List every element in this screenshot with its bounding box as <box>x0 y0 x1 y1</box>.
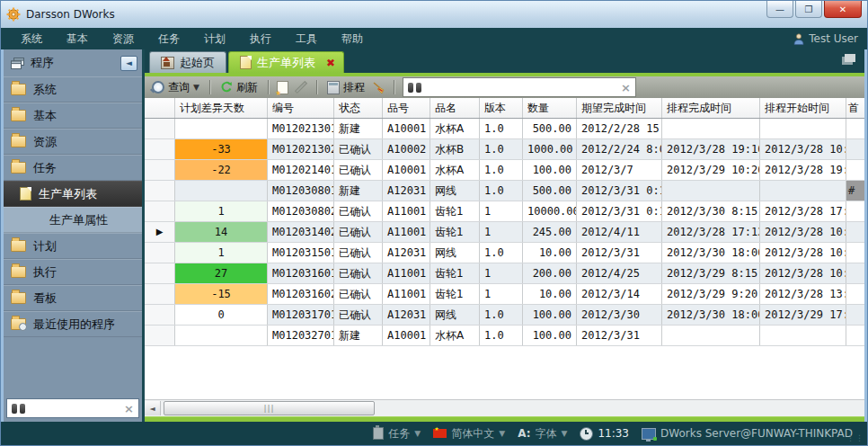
broom-icon[interactable] <box>372 81 385 94</box>
maximize-button[interactable]: ❐ <box>795 1 822 18</box>
cell-ver[interactable]: 1.0 <box>480 326 523 345</box>
table-row[interactable]: 1M012030802已确认A11001齿轮1110000.002012/3/3… <box>145 201 864 222</box>
cell-pname[interactable]: 齿轮1 <box>430 222 480 242</box>
cell-sched_end[interactable]: 2012/3/28 17:13 <box>662 222 760 242</box>
grid-header-extra[interactable]: 首 <box>846 98 864 118</box>
refresh-button[interactable]: 刷新 <box>218 80 260 95</box>
row-selector-cell[interactable] <box>145 243 175 263</box>
cell-diff[interactable]: 27 <box>175 263 268 283</box>
cell-code[interactable]: M012030801 <box>268 181 334 201</box>
cell-sched_start[interactable] <box>760 181 846 201</box>
sidebar-item-看板[interactable]: 看板 <box>4 285 142 311</box>
cell-diff[interactable]: 1 <box>175 201 268 221</box>
table-row[interactable]: -33M012021302已确认A10002水杯B1.01000.002012/… <box>145 139 864 160</box>
cell-qty[interactable]: 200.00 <box>523 263 577 283</box>
cell-pname[interactable]: 水杯A <box>430 160 480 180</box>
cell-pno[interactable]: A10001 <box>383 326 430 345</box>
cell-qty[interactable]: 500.00 <box>523 181 577 201</box>
cell-pno[interactable]: A11001 <box>383 284 430 304</box>
cell-extra[interactable] <box>846 222 864 242</box>
cell-sched_end[interactable]: 2012/3/30 8:15 <box>662 201 760 221</box>
edit-pencil-icon[interactable] <box>295 81 307 94</box>
cell-sched_end[interactable]: 2012/3/30 18:00 <box>662 243 760 263</box>
cell-diff[interactable]: -15 <box>175 284 268 304</box>
cell-diff[interactable]: -22 <box>175 160 268 180</box>
cell-pno[interactable]: A11001 <box>383 201 430 221</box>
cell-status[interactable]: 已确认 <box>334 222 383 242</box>
cell-sched_start[interactable]: 2012/3/28 10:52 <box>760 263 846 283</box>
sidebar-item-任务[interactable]: 任务 <box>4 155 142 181</box>
window-list-icon[interactable] <box>845 54 855 62</box>
table-row[interactable]: 0M012031701已确认A12031网线1.0100.002012/3/30… <box>145 305 864 326</box>
cell-ver[interactable]: 1 <box>480 222 523 242</box>
row-selector-cell[interactable] <box>145 305 175 325</box>
cell-code[interactable]: M012030802 <box>268 201 334 221</box>
grid-header-sched_end[interactable]: 排程完成时间 <box>662 98 760 118</box>
table-row[interactable]: M012032701新建A10001水杯A1.0100.002012/3/31 <box>145 326 864 346</box>
cell-status[interactable]: 已确认 <box>334 305 383 325</box>
schedule-button[interactable]: 排程 <box>325 80 367 95</box>
cell-status[interactable]: 已确认 <box>334 243 383 263</box>
cell-due[interactable]: 2012/3/31 0:10 <box>577 181 662 201</box>
row-selector-cell[interactable] <box>145 119 175 138</box>
scrollbar-thumb[interactable]: ||| <box>164 401 375 415</box>
chevron-down-icon[interactable]: ▼ <box>562 429 568 438</box>
cell-status[interactable]: 新建 <box>334 119 383 138</box>
table-row[interactable]: 27M012031601已确认A11001齿轮11200.002012/4/25… <box>145 263 864 284</box>
grid-header-pno[interactable]: 品号 <box>383 98 430 118</box>
cell-pname[interactable]: 网线 <box>430 305 480 325</box>
cell-due[interactable]: 2012/3/31 <box>577 243 662 263</box>
cell-pname[interactable]: 水杯A <box>430 119 480 138</box>
cell-pno[interactable]: A12031 <box>383 305 430 325</box>
cell-extra[interactable] <box>846 263 864 283</box>
cell-pname[interactable]: 网线 <box>430 181 480 201</box>
grid-header-code[interactable]: 编号 <box>268 98 334 118</box>
table-row[interactable]: ▶14M012031402已确认A11001齿轮11245.002012/4/1… <box>145 222 864 243</box>
grid-header-diff[interactable]: 计划差异天数 <box>175 98 268 118</box>
cell-code[interactable]: M012021302 <box>268 139 334 159</box>
table-row[interactable]: M012030801新建A12031网线1.0500.002012/3/31 0… <box>145 181 864 201</box>
cell-sched_start[interactable]: 2012/3/28 19:10 <box>760 160 846 180</box>
cell-qty[interactable]: 10000.00 <box>523 201 577 221</box>
cell-due[interactable]: 2012/3/31 <box>577 326 662 345</box>
cell-extra[interactable] <box>846 284 864 304</box>
sidebar-item-生产单属性[interactable]: 生产单属性 <box>4 207 142 233</box>
cell-sched_start[interactable]: 2012/3/28 10:52 <box>760 139 846 159</box>
cell-ver[interactable]: 1.0 <box>480 243 523 263</box>
cell-due[interactable]: 2012/3/14 <box>577 284 662 304</box>
font-selector[interactable]: A: 字体 ▼ <box>518 426 567 442</box>
cell-ver[interactable]: 1.0 <box>480 139 523 159</box>
cell-ver[interactable]: 1.0 <box>480 181 523 201</box>
cell-qty[interactable]: 100.00 <box>523 160 577 180</box>
cell-diff[interactable]: -33 <box>175 139 268 159</box>
cell-due[interactable]: 2012/2/28 15:00 <box>577 119 662 138</box>
cell-pno[interactable]: A11001 <box>383 222 430 242</box>
row-selector-cell[interactable] <box>145 139 175 159</box>
language-selector[interactable]: 简体中文 ▼ <box>433 426 505 442</box>
row-selector-cell[interactable] <box>145 284 175 304</box>
cell-qty[interactable]: 10.00 <box>523 284 577 304</box>
cell-extra[interactable] <box>846 119 864 138</box>
grid-header-qty[interactable]: 数量 <box>523 98 577 118</box>
close-button[interactable]: ✕ <box>824 1 862 18</box>
horizontal-scrollbar[interactable]: ◄ ||| <box>145 399 864 416</box>
cell-due[interactable]: 2012/3/30 <box>577 305 662 325</box>
chevron-down-icon[interactable]: ▼ <box>193 83 199 92</box>
cell-diff[interactable] <box>175 119 268 138</box>
toolbar-search-input[interactable] <box>426 80 616 94</box>
chevron-down-icon[interactable]: ▼ <box>499 429 505 438</box>
cell-diff[interactable] <box>175 326 268 345</box>
cell-sched_start[interactable]: 2012/3/28 10:52 <box>760 243 846 263</box>
cell-sched_start[interactable]: 2012/3/28 17:13 <box>760 201 846 221</box>
cell-sched_end[interactable]: 2012/3/28 19:10 <box>662 139 760 159</box>
cell-status[interactable]: 已确认 <box>334 263 383 283</box>
minimize-button[interactable]: — <box>766 1 793 18</box>
menu-item-工具[interactable]: 工具 <box>296 31 317 47</box>
cell-ver[interactable]: 1.0 <box>480 305 523 325</box>
cell-sched_end[interactable]: 2012/3/29 8:15 <box>662 263 760 283</box>
row-selector-cell[interactable]: ▶ <box>145 222 175 242</box>
cell-status[interactable]: 已确认 <box>334 201 383 221</box>
cell-diff[interactable]: 14 <box>175 222 268 242</box>
cell-pname[interactable]: 齿轮1 <box>430 284 480 304</box>
toolbar-search-clear-icon[interactable]: × <box>621 82 631 94</box>
